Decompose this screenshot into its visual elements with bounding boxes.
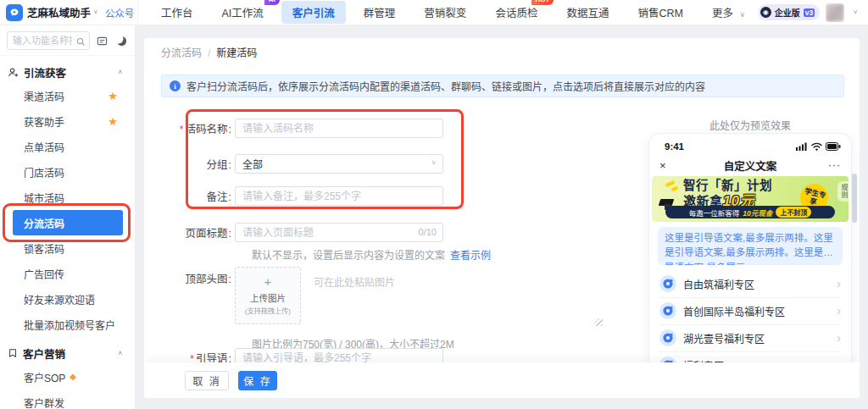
wecom-icon (659, 302, 676, 319)
app-logo-icon (6, 4, 23, 21)
field-label: 分组 (161, 156, 231, 172)
wecom-icon (659, 275, 676, 292)
topnav-item-label: 群管理 (364, 8, 396, 19)
scrollbar-thumb[interactable] (852, 174, 857, 223)
sidebar-item-label: 渠道活码 (24, 89, 64, 103)
section-title: 客户营销 (23, 345, 65, 362)
sidebar-search (7, 31, 90, 50)
paste-placeholder: 可在此处粘贴图片 (314, 277, 395, 289)
sidebar-item[interactable]: 分流活码 (13, 210, 123, 235)
more-icon[interactable]: ··· (807, 159, 841, 171)
sidebar-item-label: 点单活码 (24, 140, 64, 154)
main-content-card: 分流活码/新建活码 i 客户扫分流活码后，依序展示分流活码内配置的渠道活码、群聊… (144, 38, 860, 398)
upload-subtext: (支持拖拽上传) (245, 306, 291, 316)
topnav-item-label: 工作台 (161, 8, 193, 19)
topnav-item[interactable]: 客户引流 (281, 1, 346, 24)
sidebar-item[interactable]: 锁客活码 (13, 235, 123, 261)
sidebar-item-label: 门店活码 (24, 165, 64, 180)
edition-label: 企业版 (775, 6, 800, 19)
wecom-icon (659, 356, 676, 362)
topnav-item[interactable]: AI工作流 AI (211, 1, 275, 24)
user-avatar[interactable] (826, 3, 844, 22)
rules-tag[interactable]: 规则 (837, 181, 849, 202)
cancel-button[interactable]: 取 消 (185, 371, 229, 390)
code-name-input[interactable] (235, 119, 443, 138)
account-type-link[interactable]: 公众号 (105, 6, 135, 19)
sidebar-item-label: 锁客活码 (24, 241, 64, 256)
status-time: 9:41 (665, 141, 684, 152)
view-example-link[interactable]: 查看示例 (450, 250, 491, 262)
preview-list-item[interactable]: 湖光壹号福利专区 › (659, 325, 841, 352)
chevron-up-icon[interactable]: ∧ (117, 69, 123, 75)
preview-list-label: 首创国际半岛福利专区 (683, 304, 785, 318)
chevron-down-icon: ∨ (93, 9, 98, 15)
sidebar-item[interactable]: 获客助手 ★ (13, 108, 123, 134)
group-select[interactable] (235, 154, 443, 174)
version-badge: v3 (804, 8, 815, 17)
banner-title: 智行「新」计划 (683, 179, 772, 193)
preview-list-label: 自由筑福利专区 (683, 277, 754, 291)
preview-list-item[interactable]: 首创国际半岛福利专区 › (659, 298, 841, 325)
search-icon (76, 35, 86, 50)
topnav-item[interactable]: 营销裂变 (413, 1, 477, 24)
preview-list-label: 湖光壹号福利专区 (683, 331, 765, 345)
preview-list-item[interactable]: 福利专区 › (659, 352, 841, 363)
topnav-item-label: 更多 (712, 8, 733, 19)
preview-list: 自由筑福利专区 › 首创国际半岛福利专区 › 湖光壹号福利专区 › 福利专区 › (659, 271, 841, 363)
sidebar-item[interactable]: 好友来源欢迎语 (13, 286, 123, 312)
section-header-acquisition[interactable]: 引流获客 ∧ (0, 61, 135, 83)
sidebar-item-label: 客户群发 (24, 395, 64, 409)
page-title-hint: 默认不显示，设置后显示内容为设置的文案查看示例 (252, 247, 491, 262)
topnav-item[interactable]: 更多 ∨ (701, 1, 756, 24)
dark-mode-icon[interactable] (115, 34, 128, 47)
phone-page-title: 自定义文案 (693, 158, 807, 174)
section-header-marketing[interactable]: 客户营销 ∧ (0, 342, 135, 364)
sidebar-item[interactable]: 点单活码 (13, 134, 123, 159)
paste-image-area[interactable]: 可在此处粘贴图片 (308, 267, 606, 328)
sidebar-item-label: 获客助手 (24, 114, 64, 129)
app-title: 芝麻私域助手 (27, 4, 91, 20)
info-banner-text: 客户扫分流活码后，依序展示分流活码内配置的渠道活码、群聊码、链接或图片，点击选项… (186, 79, 705, 93)
app-logo-zone[interactable]: 芝麻私域助手 ∨ 公众号 (0, 0, 138, 25)
feedback-icon[interactable] (96, 34, 108, 47)
sidebar-item[interactable]: 客户群发 (13, 390, 123, 409)
star-icon[interactable]: ★ (108, 91, 118, 102)
preview-caption: 此处仅为预览效果 (648, 118, 852, 132)
topnav-item[interactable]: 群管理 (353, 1, 407, 24)
close-icon[interactable]: × (659, 159, 693, 172)
user-add-icon (8, 67, 19, 78)
chevron-up-icon[interactable]: ∧ (117, 350, 123, 356)
remark-input[interactable] (235, 186, 443, 206)
upload-image-button[interactable]: + 上传图片 (支持拖拽上传) (235, 267, 301, 324)
save-button[interactable]: 保 存 (238, 371, 277, 390)
preview-list-item[interactable]: 自由筑福利专区 › (659, 271, 841, 298)
topnav-item[interactable]: 工作台 (150, 1, 204, 24)
sidebar-item[interactable]: 渠道活码 ★ (13, 83, 123, 108)
sidebar-item-label: 广告回传 (24, 267, 64, 281)
topnav-item[interactable]: 会话质检 HOT (484, 1, 548, 24)
page-title-input[interactable] (235, 223, 443, 242)
phone-status-bar: 9:41 (649, 134, 851, 156)
sidebar-item[interactable]: 批量添加视频号客户 (13, 312, 123, 337)
field-label: 页面标题 (161, 224, 231, 240)
form-row-page-title: 页面标题 0/10 (161, 223, 443, 242)
promo-banner: 智行「新」计划 邀新拿10元 学生专享 规则 每邀一位新客得10元现金上不封顶 (652, 176, 849, 222)
account-area[interactable]: ◉ 企业版 v3 ∨ (758, 3, 868, 22)
topnav-item-label: 会话质检 (495, 8, 537, 19)
breadcrumb-parent[interactable]: 分流活码 (161, 47, 202, 59)
chevron-right-icon: › (837, 331, 841, 345)
sidebar-item[interactable]: 广告回传 (13, 261, 123, 286)
star-icon[interactable]: ★ (108, 116, 118, 127)
topnav-item[interactable]: 销售CRM (626, 1, 693, 24)
topnav-item[interactable]: 数据互通 (555, 1, 620, 24)
upload-text: 上传图片 (250, 291, 286, 304)
sidebar-item[interactable]: 客户SOP ◆ (13, 364, 123, 390)
section-title: 引流获客 (24, 64, 66, 80)
sidebar-item[interactable]: 门店活码 (13, 159, 123, 185)
sidebar-item[interactable]: 城市活码 (13, 185, 123, 210)
form-footer: 取 消 保 存 (144, 362, 860, 398)
nav-badge: AI (264, 0, 280, 5)
chevron-right-icon: › (837, 304, 841, 318)
chevron-down-icon: ∨ (431, 159, 437, 166)
resize-handle-icon[interactable] (595, 318, 603, 326)
